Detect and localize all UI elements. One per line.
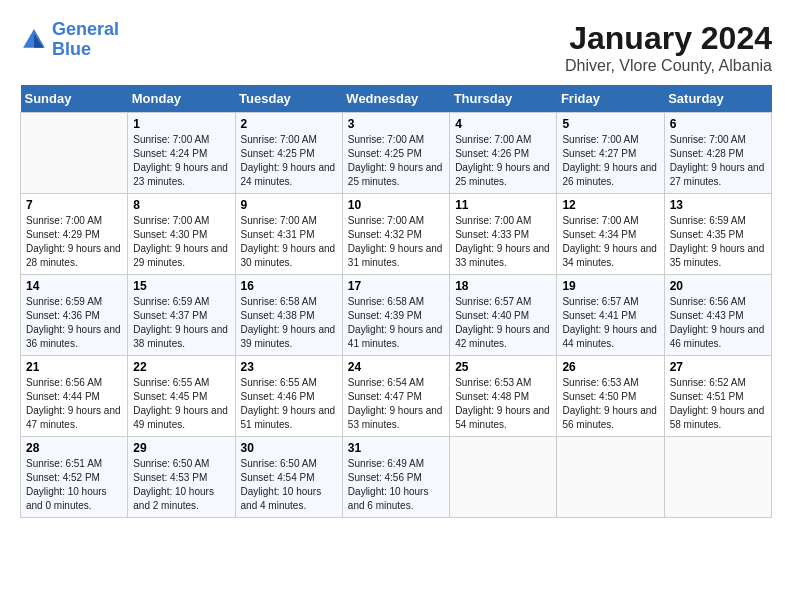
calendar-cell: 5Sunrise: 7:00 AMSunset: 4:27 PMDaylight… (557, 113, 664, 194)
calendar-cell (21, 113, 128, 194)
day-info: Sunrise: 6:59 AMSunset: 4:37 PMDaylight:… (133, 295, 229, 351)
calendar-week-5: 28Sunrise: 6:51 AMSunset: 4:52 PMDayligh… (21, 437, 772, 518)
calendar-cell: 27Sunrise: 6:52 AMSunset: 4:51 PMDayligh… (664, 356, 771, 437)
day-number: 11 (455, 198, 551, 212)
day-number: 7 (26, 198, 122, 212)
day-info: Sunrise: 7:00 AMSunset: 4:34 PMDaylight:… (562, 214, 658, 270)
day-info: Sunrise: 6:51 AMSunset: 4:52 PMDaylight:… (26, 457, 122, 513)
col-header-saturday: Saturday (664, 85, 771, 113)
day-info: Sunrise: 6:55 AMSunset: 4:45 PMDaylight:… (133, 376, 229, 432)
day-number: 19 (562, 279, 658, 293)
day-number: 21 (26, 360, 122, 374)
day-info: Sunrise: 6:56 AMSunset: 4:43 PMDaylight:… (670, 295, 766, 351)
calendar-cell: 23Sunrise: 6:55 AMSunset: 4:46 PMDayligh… (235, 356, 342, 437)
calendar-cell: 30Sunrise: 6:50 AMSunset: 4:54 PMDayligh… (235, 437, 342, 518)
day-info: Sunrise: 6:57 AMSunset: 4:41 PMDaylight:… (562, 295, 658, 351)
col-header-tuesday: Tuesday (235, 85, 342, 113)
day-number: 23 (241, 360, 337, 374)
calendar-cell: 16Sunrise: 6:58 AMSunset: 4:38 PMDayligh… (235, 275, 342, 356)
day-info: Sunrise: 7:00 AMSunset: 4:26 PMDaylight:… (455, 133, 551, 189)
day-number: 12 (562, 198, 658, 212)
day-number: 29 (133, 441, 229, 455)
day-number: 6 (670, 117, 766, 131)
calendar-week-2: 7Sunrise: 7:00 AMSunset: 4:29 PMDaylight… (21, 194, 772, 275)
calendar-cell: 31Sunrise: 6:49 AMSunset: 4:56 PMDayligh… (342, 437, 449, 518)
day-info: Sunrise: 6:58 AMSunset: 4:38 PMDaylight:… (241, 295, 337, 351)
day-info: Sunrise: 7:00 AMSunset: 4:25 PMDaylight:… (241, 133, 337, 189)
day-info: Sunrise: 7:00 AMSunset: 4:31 PMDaylight:… (241, 214, 337, 270)
calendar-cell: 18Sunrise: 6:57 AMSunset: 4:40 PMDayligh… (450, 275, 557, 356)
day-number: 8 (133, 198, 229, 212)
calendar-cell: 21Sunrise: 6:56 AMSunset: 4:44 PMDayligh… (21, 356, 128, 437)
title-block: January 2024 Dhiver, Vlore County, Alban… (565, 20, 772, 75)
calendar-cell: 10Sunrise: 7:00 AMSunset: 4:32 PMDayligh… (342, 194, 449, 275)
calendar-cell: 26Sunrise: 6:53 AMSunset: 4:50 PMDayligh… (557, 356, 664, 437)
day-info: Sunrise: 7:00 AMSunset: 4:29 PMDaylight:… (26, 214, 122, 270)
page-header: General Blue January 2024 Dhiver, Vlore … (20, 20, 772, 75)
day-number: 27 (670, 360, 766, 374)
calendar-cell: 25Sunrise: 6:53 AMSunset: 4:48 PMDayligh… (450, 356, 557, 437)
calendar-cell: 11Sunrise: 7:00 AMSunset: 4:33 PMDayligh… (450, 194, 557, 275)
calendar-cell: 8Sunrise: 7:00 AMSunset: 4:30 PMDaylight… (128, 194, 235, 275)
col-header-wednesday: Wednesday (342, 85, 449, 113)
day-info: Sunrise: 6:53 AMSunset: 4:48 PMDaylight:… (455, 376, 551, 432)
day-number: 9 (241, 198, 337, 212)
day-info: Sunrise: 6:55 AMSunset: 4:46 PMDaylight:… (241, 376, 337, 432)
day-number: 15 (133, 279, 229, 293)
calendar-cell: 13Sunrise: 6:59 AMSunset: 4:35 PMDayligh… (664, 194, 771, 275)
day-number: 13 (670, 198, 766, 212)
calendar-cell: 22Sunrise: 6:55 AMSunset: 4:45 PMDayligh… (128, 356, 235, 437)
day-info: Sunrise: 7:00 AMSunset: 4:30 PMDaylight:… (133, 214, 229, 270)
day-info: Sunrise: 7:00 AMSunset: 4:25 PMDaylight:… (348, 133, 444, 189)
day-info: Sunrise: 6:59 AMSunset: 4:36 PMDaylight:… (26, 295, 122, 351)
calendar-cell: 9Sunrise: 7:00 AMSunset: 4:31 PMDaylight… (235, 194, 342, 275)
calendar-week-3: 14Sunrise: 6:59 AMSunset: 4:36 PMDayligh… (21, 275, 772, 356)
calendar-cell: 24Sunrise: 6:54 AMSunset: 4:47 PMDayligh… (342, 356, 449, 437)
calendar-cell (450, 437, 557, 518)
day-info: Sunrise: 7:00 AMSunset: 4:27 PMDaylight:… (562, 133, 658, 189)
calendar-week-1: 1Sunrise: 7:00 AMSunset: 4:24 PMDaylight… (21, 113, 772, 194)
logo-icon (20, 26, 48, 54)
calendar-cell: 14Sunrise: 6:59 AMSunset: 4:36 PMDayligh… (21, 275, 128, 356)
day-info: Sunrise: 6:59 AMSunset: 4:35 PMDaylight:… (670, 214, 766, 270)
col-header-friday: Friday (557, 85, 664, 113)
calendar-cell: 2Sunrise: 7:00 AMSunset: 4:25 PMDaylight… (235, 113, 342, 194)
day-info: Sunrise: 7:00 AMSunset: 4:24 PMDaylight:… (133, 133, 229, 189)
calendar-cell: 29Sunrise: 6:50 AMSunset: 4:53 PMDayligh… (128, 437, 235, 518)
day-info: Sunrise: 7:00 AMSunset: 4:33 PMDaylight:… (455, 214, 551, 270)
day-number: 22 (133, 360, 229, 374)
calendar-cell: 12Sunrise: 7:00 AMSunset: 4:34 PMDayligh… (557, 194, 664, 275)
day-info: Sunrise: 6:54 AMSunset: 4:47 PMDaylight:… (348, 376, 444, 432)
day-number: 4 (455, 117, 551, 131)
calendar-cell: 28Sunrise: 6:51 AMSunset: 4:52 PMDayligh… (21, 437, 128, 518)
calendar-cell (557, 437, 664, 518)
calendar-week-4: 21Sunrise: 6:56 AMSunset: 4:44 PMDayligh… (21, 356, 772, 437)
day-number: 20 (670, 279, 766, 293)
calendar-cell: 1Sunrise: 7:00 AMSunset: 4:24 PMDaylight… (128, 113, 235, 194)
day-info: Sunrise: 7:00 AMSunset: 4:28 PMDaylight:… (670, 133, 766, 189)
day-number: 18 (455, 279, 551, 293)
calendar-cell: 19Sunrise: 6:57 AMSunset: 4:41 PMDayligh… (557, 275, 664, 356)
calendar-cell: 15Sunrise: 6:59 AMSunset: 4:37 PMDayligh… (128, 275, 235, 356)
calendar-cell: 3Sunrise: 7:00 AMSunset: 4:25 PMDaylight… (342, 113, 449, 194)
calendar-subtitle: Dhiver, Vlore County, Albania (565, 57, 772, 75)
day-info: Sunrise: 6:50 AMSunset: 4:53 PMDaylight:… (133, 457, 229, 513)
col-header-thursday: Thursday (450, 85, 557, 113)
day-number: 25 (455, 360, 551, 374)
calendar-cell: 7Sunrise: 7:00 AMSunset: 4:29 PMDaylight… (21, 194, 128, 275)
day-number: 1 (133, 117, 229, 131)
day-number: 16 (241, 279, 337, 293)
day-number: 28 (26, 441, 122, 455)
calendar-title: January 2024 (565, 20, 772, 57)
col-header-sunday: Sunday (21, 85, 128, 113)
calendar-table: SundayMondayTuesdayWednesdayThursdayFrid… (20, 85, 772, 518)
calendar-cell: 4Sunrise: 7:00 AMSunset: 4:26 PMDaylight… (450, 113, 557, 194)
day-number: 10 (348, 198, 444, 212)
day-info: Sunrise: 6:52 AMSunset: 4:51 PMDaylight:… (670, 376, 766, 432)
col-header-monday: Monday (128, 85, 235, 113)
day-info: Sunrise: 6:56 AMSunset: 4:44 PMDaylight:… (26, 376, 122, 432)
day-number: 17 (348, 279, 444, 293)
calendar-cell: 17Sunrise: 6:58 AMSunset: 4:39 PMDayligh… (342, 275, 449, 356)
calendar-body: 1Sunrise: 7:00 AMSunset: 4:24 PMDaylight… (21, 113, 772, 518)
day-info: Sunrise: 6:50 AMSunset: 4:54 PMDaylight:… (241, 457, 337, 513)
